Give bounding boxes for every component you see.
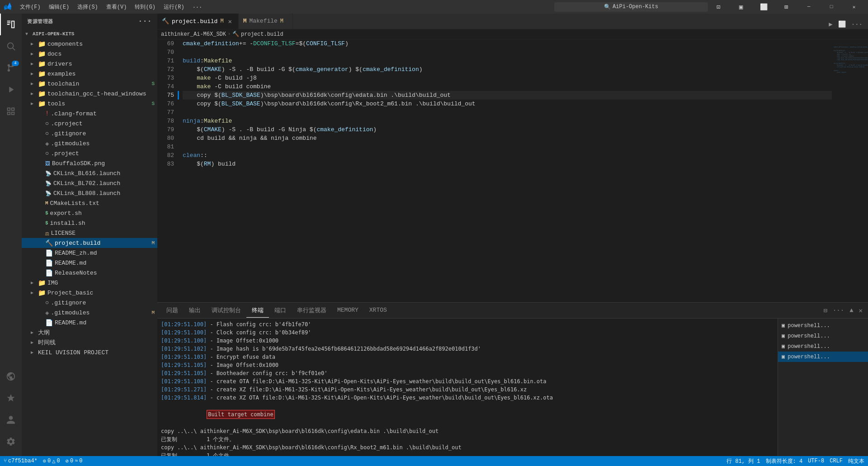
panel-close-button[interactable]: ✕ xyxy=(857,306,864,315)
activity-accounts[interactable] xyxy=(0,409,22,431)
tree-item-clang-format[interactable]: ! .clang-format xyxy=(22,109,157,119)
tree-item-timeline[interactable]: ▶ 时间线 xyxy=(22,338,157,347)
split-editor-button[interactable]: ⬜ xyxy=(836,19,848,29)
close-button[interactable]: ✕ xyxy=(844,0,864,14)
panel-tab-ports[interactable]: 端口 xyxy=(269,304,292,318)
tree-item-project-build[interactable]: 🔨 project.build M xyxy=(22,238,157,248)
terminal-instance-2[interactable]: ▣ powershell... xyxy=(778,331,868,341)
panel-maximize-button[interactable]: ▲ xyxy=(848,306,855,315)
tree-item-license[interactable]: ⚖ LICENSE xyxy=(22,228,157,238)
breadcrumb-root[interactable]: aithinker_Ai-M6X_SDK xyxy=(161,31,226,38)
activity-source-control[interactable]: 4 xyxy=(0,57,22,79)
tab-close-button[interactable]: ✕ xyxy=(226,18,234,25)
git-branch[interactable]: ⑂ c7f51ba4* xyxy=(4,458,38,464)
tree-item-examples[interactable]: ▶ 📁 examples xyxy=(22,69,157,79)
tree-item-cklink-bl616[interactable]: 📡 CKLink_BL616.launch xyxy=(22,168,157,178)
tree-item-tools[interactable]: ▶ 📁 tools S xyxy=(22,99,157,109)
panel-split-button[interactable]: ⊟ xyxy=(822,306,829,315)
sidebar-more-icon[interactable]: ··· xyxy=(138,17,152,25)
tree-item-cklink-bl702[interactable]: 📡 CKLink_BL702.launch xyxy=(22,178,157,188)
tree-item-cmakelists[interactable]: M CMakeLists.txt xyxy=(22,198,157,208)
tree-item-gitmodules2[interactable]: ◈ .gitmodules M xyxy=(22,308,157,318)
modified-badge: M xyxy=(151,310,155,315)
tree-item-gitignore2[interactable]: ○ .gitignore xyxy=(22,298,157,308)
tree-item-project[interactable]: ○ .project xyxy=(22,148,157,158)
tree-item-docs[interactable]: ▶ 📁 docs xyxy=(22,49,157,59)
layout-toggle-3[interactable]: ⬜ xyxy=(753,0,774,14)
activity-ai[interactable] xyxy=(0,387,22,409)
tree-item-gitmodules[interactable]: ◈ .gitmodules xyxy=(22,138,157,148)
panel-tab-output[interactable]: 输出 xyxy=(184,304,206,318)
activity-search[interactable] xyxy=(0,35,22,57)
tree-item-img[interactable]: ▶ 📁 IMG xyxy=(22,278,157,288)
tree-root-folder[interactable]: ▼ AIPI-OPEN-KITS xyxy=(22,29,157,39)
tab-size[interactable]: 制表符长度: 4 xyxy=(766,457,803,465)
terminal-main[interactable]: [01:29:51.100] - Flash config crc: b'4fb… xyxy=(157,319,778,456)
language-mode[interactable]: 纯文本 xyxy=(848,457,864,465)
activity-run-debug[interactable] xyxy=(0,79,22,100)
shell-icon: $ xyxy=(45,220,48,226)
minimize-button[interactable]: ─ xyxy=(798,0,819,14)
tab-makefile[interactable]: M Makefile M xyxy=(239,14,293,29)
tree-item-cklink-bl808[interactable]: 📡 CKLink_BL808.launch xyxy=(22,188,157,198)
tree-item-readme[interactable]: 📄 README.md xyxy=(22,258,157,268)
activity-remote[interactable] xyxy=(0,366,22,387)
panel-tab-memory[interactable]: MEMORY xyxy=(332,304,364,317)
tree-item-outline[interactable]: ▶ 大纲 xyxy=(22,328,157,338)
menu-run[interactable]: 运行(R) xyxy=(160,2,188,12)
item-label: .gitignore xyxy=(51,130,157,137)
encoding[interactable]: UTF-8 xyxy=(808,458,824,464)
menu-view[interactable]: 查看(V) xyxy=(103,2,131,12)
tab-project-build[interactable]: 🔨 project.build M ✕ xyxy=(157,14,239,29)
terminal-instance-3[interactable]: ▣ powershell... xyxy=(778,341,868,352)
item-label: README.md xyxy=(55,260,157,266)
line-num-79: 79 xyxy=(157,125,174,134)
tree-item-readme2[interactable]: 📄 README.md xyxy=(22,318,157,328)
tree-item-toolchain[interactable]: ▶ 📁 toolchain S xyxy=(22,79,157,89)
terminal-instance-4[interactable]: ▣ powershell... xyxy=(778,352,868,362)
panel-tab-problems[interactable]: 问题 xyxy=(161,304,184,318)
run-button[interactable]: ▶ xyxy=(827,19,834,29)
editor-area: 🔨 project.build M ✕ M Makefile M ▶ ⬜ ···… xyxy=(157,14,868,456)
terminal-instance-1[interactable]: ▣ powershell... xyxy=(778,320,868,331)
menu-edit[interactable]: 编辑(E) xyxy=(45,2,73,12)
tree-item-keil[interactable]: ▶ KEIL UVISION PROJECT xyxy=(22,347,157,357)
panel-more-button[interactable]: ··· xyxy=(831,306,846,315)
activity-extensions[interactable] xyxy=(0,100,22,122)
tree-item-install-sh[interactable]: $ install.sh xyxy=(22,218,157,228)
panel-tab-xrtos[interactable]: XRTOS xyxy=(364,304,392,317)
panel-tab-terminal[interactable]: 终端 xyxy=(246,304,269,318)
activity-explorer[interactable] xyxy=(0,14,22,35)
layout-toggle-1[interactable]: ⊡ xyxy=(708,0,729,14)
panel-tab-serial[interactable]: 串行监视器 xyxy=(292,304,332,318)
code-area[interactable]: cmake_definition+= -DCONFIG_TLSF=$(CONFI… xyxy=(179,39,832,302)
more-actions-button[interactable]: ··· xyxy=(849,20,864,29)
cursor-position[interactable]: 行 81, 列 1 xyxy=(726,457,760,465)
tree-item-readme-zh[interactable]: 📄 README_zh.md xyxy=(22,248,157,258)
tree-item-bouffalo-png[interactable]: 🖼 BouffaloSDK.png xyxy=(22,158,157,168)
tree-item-components[interactable]: ▶ 📁 components xyxy=(22,39,157,49)
folder-icon: 📁 xyxy=(38,100,46,108)
menu-more[interactable]: ... xyxy=(189,2,206,12)
menu-file[interactable]: 文件(F) xyxy=(16,2,44,12)
tree-item-project-basic[interactable]: ▶ 📁 Project_basic xyxy=(22,288,157,298)
titlebar-search[interactable]: 🔍 AiPi-Open-Kits xyxy=(554,2,708,12)
maximize-button[interactable]: □ xyxy=(821,0,842,14)
panel-tabs: 问题 输出 调试控制台 终端 端口 串行监视器 MEMORY XRTOS ⊟ ·… xyxy=(157,303,868,319)
layout-toggle-2[interactable]: ▣ xyxy=(731,0,751,14)
panel-tab-debug-console[interactable]: 调试控制台 xyxy=(206,304,246,318)
breadcrumb-file[interactable]: project.build xyxy=(241,31,283,38)
tree-item-cproject[interactable]: ○ .cproject xyxy=(22,119,157,128)
tree-item-drivers[interactable]: ▶ 📁 drivers xyxy=(22,59,157,69)
info-count[interactable]: ⊘ 0 ≈ 0 xyxy=(66,458,83,465)
tree-item-gitignore[interactable]: ○ .gitignore xyxy=(22,128,157,138)
menu-select[interactable]: 选择(S) xyxy=(74,2,102,12)
layout-toggle-4[interactable]: ⊞ xyxy=(776,0,797,14)
menu-goto[interactable]: 转到(G) xyxy=(131,2,159,12)
tree-item-toolchain-gcc[interactable]: ▶ 📁 toolchain_gcc_t-head_windows xyxy=(22,89,157,99)
tree-item-export-sh[interactable]: $ export.sh xyxy=(22,208,157,218)
errors-count[interactable]: ⊙ 0 △ 0 xyxy=(43,458,60,465)
activity-settings[interactable] xyxy=(0,431,22,452)
line-ending[interactable]: CRLF xyxy=(830,458,843,464)
tree-item-release-notes[interactable]: 📄 ReleaseNotes xyxy=(22,268,157,278)
